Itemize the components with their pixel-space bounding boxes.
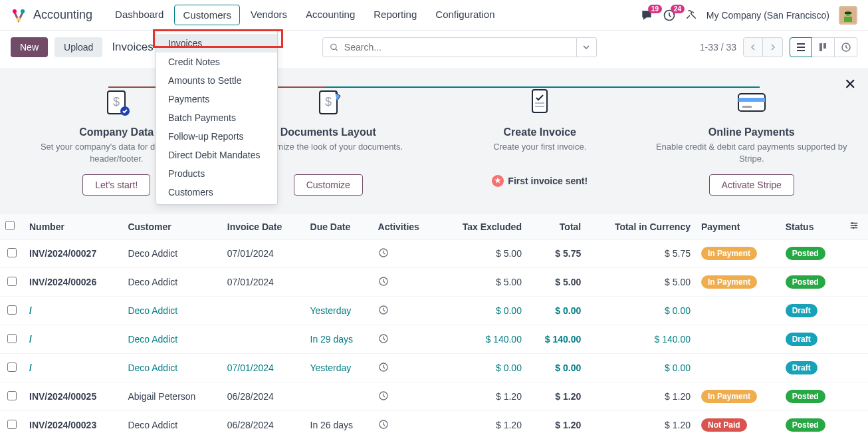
col-invoice-date[interactable]: Invoice Date (222, 214, 305, 239)
cell-customer[interactable]: Deco Addict (122, 268, 221, 297)
dropdown-followup-reports[interactable]: Follow-up Reports (156, 127, 277, 146)
pager-next[interactable] (763, 37, 783, 57)
cell-payment (696, 325, 780, 354)
cell-total-currency: $ 140.00 (586, 325, 696, 354)
view-kanban[interactable] (812, 37, 835, 57)
cell-activities[interactable] (373, 354, 439, 382)
col-due-date[interactable]: Due Date (305, 214, 373, 239)
status-badge: Posted (786, 390, 825, 403)
cell-number[interactable]: / (24, 297, 122, 325)
dropdown-credit-notes[interactable]: Credit Notes (156, 53, 277, 71)
row-checkbox[interactable] (7, 363, 17, 372)
row-checkbox[interactable] (7, 391, 17, 400)
cell-empty (844, 239, 868, 268)
cell-empty (844, 297, 868, 325)
cell-total-currency: $ 5.00 (586, 268, 696, 297)
dropdown-amounts-settle[interactable]: Amounts to Settle (156, 71, 277, 90)
svg-point-22 (851, 223, 853, 225)
cell-customer[interactable]: Deco Addict (122, 239, 221, 268)
activate-stripe-button[interactable]: Activate Stripe (709, 174, 794, 196)
cell-activities[interactable] (373, 268, 439, 297)
cell-number[interactable]: INV/2024/00025 (24, 382, 122, 411)
row-checkbox[interactable] (7, 277, 17, 286)
cell-activities[interactable] (373, 239, 439, 268)
lets-start-button[interactable]: Let's start! (82, 174, 150, 196)
cell-customer[interactable]: Abigail Peterson (122, 382, 221, 411)
nav-configuration[interactable]: Configuration (427, 5, 502, 25)
company-selector[interactable]: My Company (San Francisco) (706, 10, 829, 21)
messages-icon[interactable]: 19 (640, 9, 653, 22)
dropdown-customers[interactable]: Customers (156, 183, 277, 202)
search-dropdown-toggle[interactable] (577, 37, 597, 57)
col-activities[interactable]: Activities (373, 214, 439, 239)
cell-number[interactable]: INV/2024/00023 (24, 411, 122, 439)
col-tax-excluded[interactable]: Tax Excluded (439, 214, 527, 239)
cell-number[interactable]: INV/2024/00026 (24, 268, 122, 297)
view-list[interactable] (790, 37, 812, 57)
col-status[interactable]: Status (780, 214, 844, 239)
table-row[interactable]: /Deco AddictIn 29 days$ 140.00$ 140.00$ … (0, 325, 868, 354)
col-total[interactable]: Total (527, 214, 586, 239)
status-badge: Posted (786, 418, 825, 432)
new-button[interactable]: New (11, 37, 48, 57)
cell-customer[interactable]: Deco Addict (122, 354, 221, 382)
select-all-checkbox[interactable] (5, 221, 15, 230)
cell-total: $ 0.00 (527, 354, 586, 382)
dropdown-batch-payments[interactable]: Batch Payments (156, 108, 277, 127)
svg-point-24 (853, 227, 855, 229)
cell-payment: In Payment (696, 382, 780, 411)
table-row[interactable]: INV/2024/00025Abigail Peterson06/28/2024… (0, 382, 868, 411)
nav-dashboard[interactable]: Dashboard (107, 5, 171, 25)
cell-invoice-date (222, 325, 305, 354)
nav-customers[interactable]: Customers (174, 5, 240, 25)
activities-icon[interactable]: 24 (663, 9, 676, 22)
table-row[interactable]: /Deco Addict07/01/2024Yesterday$ 0.00$ 0… (0, 354, 868, 382)
cell-number[interactable]: / (24, 325, 122, 354)
cell-status: Draft (780, 297, 844, 325)
table-row[interactable]: INV/2024/00023Deco Addict06/28/2024In 26… (0, 411, 868, 439)
col-customer[interactable]: Customer (122, 214, 221, 239)
row-checkbox[interactable] (7, 248, 17, 257)
tools-icon[interactable] (685, 8, 697, 22)
view-pivot[interactable] (835, 37, 857, 57)
pager-text[interactable]: 1-33 / 33 (700, 42, 736, 53)
customize-button[interactable]: Customize (294, 174, 363, 196)
col-settings[interactable] (844, 214, 868, 239)
row-checkbox[interactable] (7, 420, 17, 429)
upload-button[interactable]: Upload (54, 37, 102, 57)
app-logo-icon[interactable] (11, 7, 27, 23)
search-input[interactable] (344, 42, 570, 53)
table-row[interactable]: /Deco AddictYesterday$ 0.00$ 0.00$ 0.00D… (0, 297, 868, 325)
cell-activities[interactable] (373, 297, 439, 325)
col-total-currency[interactable]: Total in Currency (586, 214, 696, 239)
cell-total: $ 140.00 (527, 325, 586, 354)
nav-accounting[interactable]: Accounting (298, 5, 363, 25)
user-avatar[interactable] (839, 6, 857, 25)
dropdown-direct-debit[interactable]: Direct Debit Mandates (156, 146, 277, 164)
dropdown-invoices[interactable]: Invoices (156, 34, 277, 53)
cell-activities[interactable] (373, 382, 439, 411)
cell-number[interactable]: INV/2024/00027 (24, 239, 122, 268)
cell-customer[interactable]: Deco Addict (122, 297, 221, 325)
cell-payment: In Payment (696, 268, 780, 297)
cell-payment: Not Paid (696, 411, 780, 439)
nav-vendors[interactable]: Vendors (243, 5, 295, 25)
table-row[interactable]: INV/2024/00027Deco Addict07/01/2024$ 5.0… (0, 239, 868, 268)
col-number[interactable]: Number (24, 214, 122, 239)
dropdown-payments[interactable]: Payments (156, 90, 277, 108)
row-checkbox[interactable] (7, 305, 17, 315)
search-box[interactable] (322, 37, 577, 57)
activities-badge: 24 (671, 5, 685, 13)
cell-customer[interactable]: Deco Addict (122, 411, 221, 439)
app-title[interactable]: Accounting (33, 8, 92, 22)
row-checkbox[interactable] (7, 334, 17, 343)
col-payment[interactable]: Payment (696, 214, 780, 239)
dropdown-products[interactable]: Products (156, 164, 277, 183)
pager-prev[interactable] (743, 37, 763, 57)
cell-number[interactable]: / (24, 354, 122, 382)
table-row[interactable]: INV/2024/00026Deco Addict07/01/2024$ 5.0… (0, 268, 868, 297)
cell-customer[interactable]: Deco Addict (122, 325, 221, 354)
cell-activities[interactable] (373, 411, 439, 439)
nav-reporting[interactable]: Reporting (366, 5, 425, 25)
cell-activities[interactable] (373, 325, 439, 354)
